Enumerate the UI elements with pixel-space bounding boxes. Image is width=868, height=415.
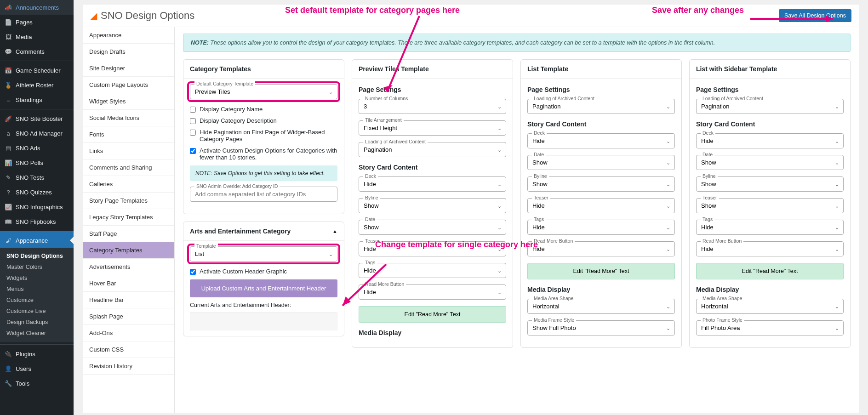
nav-plugins[interactable]: 🔌Plugins xyxy=(0,344,74,361)
nav-athlete-roster[interactable]: 🏅Athlete Roster xyxy=(0,78,74,92)
read-more-button-select[interactable]: Read More ButtonHide⌄ xyxy=(359,284,506,300)
design-nav-galleries[interactable]: Galleries xyxy=(83,176,174,193)
design-nav-widget-styles[interactable]: Widget Styles xyxy=(83,93,174,110)
chk-hide-pagination[interactable]: Hide Pagination on First Page of Widget-… xyxy=(190,129,337,142)
nav-sno-site-booster[interactable]: 🚀SNO Site Booster xyxy=(0,109,74,126)
content-area: NOTE: These options allow you to control… xyxy=(175,27,859,413)
design-nav-appearance[interactable]: Appearance xyxy=(83,27,174,44)
design-nav-social-media-icons[interactable]: Social Media Icons xyxy=(83,110,174,126)
nav-sno-flipbooks[interactable]: 📖SNO Flipbooks xyxy=(0,214,74,229)
subnav-widget-cleaner[interactable]: Widget Cleaner xyxy=(0,328,74,339)
deck-select[interactable]: DeckHide⌄ xyxy=(527,133,675,148)
column-list-template: List Template Page Settings Loading of A… xyxy=(520,59,682,355)
byline-select[interactable]: BylineShow⌄ xyxy=(696,176,844,192)
tags-select[interactable]: TagsHide⌄ xyxy=(359,263,506,278)
tags-select[interactable]: TagsHide⌄ xyxy=(527,220,675,235)
tile-arrangement-select[interactable]: Tile ArrangementFixed Height⌄ xyxy=(359,120,506,136)
subnav-widgets[interactable]: Widgets xyxy=(0,273,74,284)
nav-sno-polls[interactable]: 📊SNO Polls xyxy=(0,155,74,170)
design-nav-site-designer[interactable]: Site Designer xyxy=(83,60,174,77)
photo-frame-style-select[interactable]: Photo Frame StyleFill Photo Area⌄ xyxy=(696,320,844,335)
card-title-arts-entertainment[interactable]: Arts and Entertainment Category ▲ xyxy=(183,222,344,241)
nav-tools[interactable]: 🔧Tools xyxy=(0,376,74,391)
design-nav-comments-and-sharing[interactable]: Comments and Sharing xyxy=(83,159,174,176)
chk-display-category-desc[interactable]: Display Category Description xyxy=(190,117,337,124)
save-note: NOTE: Save Options to get this setting t… xyxy=(190,165,337,181)
tags-select[interactable]: TagsHide⌄ xyxy=(696,220,844,235)
loading-archived-select[interactable]: Loading of Archived ContentPagination⌄ xyxy=(696,99,844,114)
nav-sno-tests[interactable]: ✎SNO Tests xyxy=(0,170,74,185)
nav-users[interactable]: 👤Users xyxy=(0,361,74,376)
chk-display-category-name[interactable]: Display Category Name xyxy=(190,106,337,113)
subnav-sno-design-options[interactable]: SNO Design Options xyxy=(0,250,74,262)
teaser-select[interactable]: TeaserHide⌄ xyxy=(527,198,675,213)
subnav-customize[interactable]: Customize xyxy=(0,295,74,306)
subnav-customize-live[interactable]: Customize Live xyxy=(0,306,74,317)
design-nav-revision-history[interactable]: Revision History xyxy=(83,358,174,375)
design-nav-advertisements[interactable]: Advertisements xyxy=(83,259,174,275)
design-nav-legacy-story-templates[interactable]: Legacy Story Templates xyxy=(83,209,174,226)
rocket-icon: 🚀 xyxy=(5,115,12,122)
byline-select[interactable]: BylineShow⌄ xyxy=(359,198,506,213)
number-of-columns-select[interactable]: Number of Columns3⌄ xyxy=(359,99,506,114)
nav-game-scheduler[interactable]: 📅Game Scheduler xyxy=(0,61,74,78)
byline-select[interactable]: BylineShow⌄ xyxy=(527,176,675,192)
design-nav-staff-page[interactable]: Staff Page xyxy=(83,226,174,242)
nav-pages[interactable]: 📄Pages xyxy=(0,15,74,29)
design-nav-custom-page-layouts[interactable]: Custom Page Layouts xyxy=(83,77,174,93)
deck-select[interactable]: DeckHide⌄ xyxy=(359,176,506,192)
design-nav-custom-css[interactable]: Custom CSS xyxy=(83,341,174,358)
edit-read-more-button[interactable]: Edit "Read More" Text xyxy=(696,263,844,279)
design-nav-add-ons[interactable]: Add-Ons xyxy=(83,325,174,341)
nav-sno-infographics[interactable]: 📈SNO Infographics xyxy=(0,199,74,214)
deck-select[interactable]: DeckHide⌄ xyxy=(696,133,844,148)
media-frame-style-select[interactable]: Media Frame StyleShow Full Photo⌄ xyxy=(527,320,675,335)
teaser-select[interactable]: TeaserShow⌄ xyxy=(696,198,844,213)
nav-announcements[interactable]: 📣Announcements xyxy=(0,0,74,15)
media-area-shape-select[interactable]: Media Area ShapeHorizontal⌄ xyxy=(696,299,844,314)
header-preview xyxy=(190,312,337,330)
loading-archived-select[interactable]: Loading of Archived ContentPagination⌄ xyxy=(527,99,675,114)
comment-icon: 💬 xyxy=(5,48,12,55)
design-nav-hover-bar[interactable]: Hover Bar xyxy=(83,275,174,292)
column-preview-tiles: Preview Tiles Template Page Settings Num… xyxy=(352,59,513,355)
nav-media[interactable]: 🖼Media xyxy=(0,29,74,44)
save-all-button[interactable]: Save All Design Options xyxy=(779,9,851,22)
subnav-master-colors[interactable]: Master Colors xyxy=(0,262,74,273)
design-nav-headline-bar[interactable]: Headline Bar xyxy=(83,292,174,308)
edit-read-more-button[interactable]: Edit "Read More" Text xyxy=(359,306,506,323)
chk-activate-custom-design[interactable]: Activate Custom Design Options for Categ… xyxy=(190,147,337,161)
design-nav-fonts[interactable]: Fonts xyxy=(83,126,174,143)
design-nav-splash-page[interactable]: Splash Page xyxy=(83,308,174,325)
design-nav-design-drafts[interactable]: Design Drafts xyxy=(83,44,174,60)
main-area: Set default template for category pages … xyxy=(74,0,868,415)
date-select[interactable]: DateShow⌄ xyxy=(696,155,844,170)
admin-override-input[interactable]: SNO Admin Overide: Add Category ID xyxy=(190,187,337,202)
nav-appearance[interactable]: 🖌Appearance xyxy=(0,231,74,248)
read-more-button-select[interactable]: Read More ButtonHide⌄ xyxy=(527,241,675,256)
nav-standings[interactable]: ≡Standings xyxy=(0,92,74,107)
media-area-shape-select[interactable]: Media Area ShapeHorizontal⌄ xyxy=(527,299,675,314)
teaser-select[interactable]: TeaserHide⌄ xyxy=(359,241,506,256)
chk-activate-header-graphic[interactable]: Activate Custom Header Graphic xyxy=(190,268,337,275)
nav-comments[interactable]: 💬Comments xyxy=(0,44,74,59)
read-more-button-select[interactable]: Read More ButtonHide⌄ xyxy=(696,241,844,256)
loading-archived-select[interactable]: Loading of Archived ContentPagination⌄ xyxy=(359,142,506,157)
subnav-menus[interactable]: Menus xyxy=(0,284,74,295)
single-category-template-select[interactable]: Template List ⌄ xyxy=(190,246,337,262)
date-select[interactable]: DateShow⌄ xyxy=(359,220,506,235)
page-header: ◢ SNO Design Options Save All Design Opt… xyxy=(83,5,859,27)
upload-header-button[interactable]: Upload Custom Arts and Entertainment Hea… xyxy=(190,279,337,297)
nav-sno-ads[interactable]: ▤SNO Ads xyxy=(0,141,74,155)
date-select[interactable]: DateShow⌄ xyxy=(527,155,675,170)
roster-icon: 🏅 xyxy=(5,81,12,89)
design-nav-story-page-templates[interactable]: Story Page Templates xyxy=(83,193,174,209)
design-nav-category-templates[interactable]: Category Templates xyxy=(83,242,174,259)
nav-sno-ad-manager[interactable]: aSNO Ad Manager xyxy=(0,126,74,141)
nav-sno-quizzes[interactable]: ?SNO Quizzes xyxy=(0,185,74,199)
collapse-icon: ▲ xyxy=(332,228,337,234)
design-nav-links[interactable]: Links xyxy=(83,143,174,159)
subnav-design-backups[interactable]: Design Backups xyxy=(0,317,74,328)
edit-read-more-button[interactable]: Edit "Read More" Text xyxy=(527,263,675,279)
default-category-template-select[interactable]: Default Category Template Preview Tiles … xyxy=(190,84,337,99)
